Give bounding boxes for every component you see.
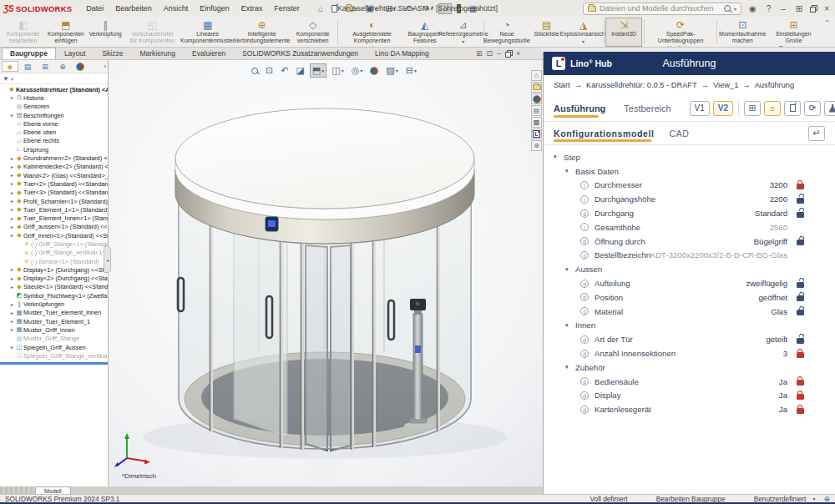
expand-arrow-icon[interactable]: ▸ bbox=[9, 302, 15, 307]
tab-layout[interactable]: Layout bbox=[56, 48, 94, 59]
tab-baugruppe[interactable]: Baugruppe bbox=[2, 48, 56, 59]
tree-item-sensoren[interactable]: ◎Sensoren bbox=[0, 103, 108, 111]
tree-filter[interactable]: ▼ ▾ bbox=[0, 73, 108, 84]
undo-button[interactable]: ↶▾ bbox=[401, 3, 418, 15]
layout-icon[interactable]: ⊞ bbox=[793, 4, 805, 13]
param-row-gesamth-he[interactable]: iGesamthöhe2580 bbox=[544, 220, 835, 234]
globe-icon[interactable]: ⊕ bbox=[823, 495, 830, 503]
ribbon-komponente-bearbeiten-button[interactable]: ◧Komponente bearbeiten bbox=[2, 18, 45, 47]
param-row-art-der-t-r[interactable]: dArt der Türgeteilt bbox=[544, 332, 835, 346]
ribbon-komponenten-einf-gen-button[interactable]: ⬒Komponenten einfügen▾ bbox=[45, 18, 87, 47]
param-row-anzahl-innensektionen[interactable]: dAnzahl Innensektionen3 bbox=[544, 346, 835, 360]
search-input[interactable]: Dateien und Modelle durchsuchen ▾ bbox=[583, 3, 741, 15]
param-value[interactable]: Standard bbox=[755, 209, 787, 218]
tree-item-spiegeln-griff-aussen[interactable]: ▸◫Spiegeln_Griff_Aussen bbox=[0, 343, 108, 351]
menu-ansicht[interactable]: Ansicht bbox=[158, 3, 195, 14]
param-row-durchgangsh-he[interactable]: iDurchgangshöhe2200 bbox=[544, 192, 835, 206]
tree-item-muster-griff-innen[interactable]: ▸▦Muster_Griff_innen bbox=[0, 325, 108, 334]
settings-button[interactable]: ⊛ bbox=[531, 140, 542, 151]
menu-extras[interactable]: Extras bbox=[235, 3, 269, 14]
param-value[interactable]: Bügelgriff bbox=[754, 237, 787, 246]
tree-item-kabinendecke-2-standar[interactable]: ▸◆Kabinendecke<2> (Standard) <<Sta bbox=[0, 163, 108, 171]
view-settings-button[interactable]: ⊟▾ bbox=[403, 63, 419, 78]
expand-arrow-icon[interactable]: ▸ bbox=[9, 319, 15, 324]
tab-markierung[interactable]: Markierung bbox=[131, 48, 184, 59]
new-position-button[interactable] bbox=[784, 101, 801, 116]
tree-item-historie[interactable]: ▸◷Historie bbox=[0, 93, 108, 102]
tab-solidworks-zusatzanwendungen[interactable]: SOLIDWORKS Zusatzanwendungen bbox=[234, 48, 367, 59]
search-icon[interactable] bbox=[724, 5, 731, 12]
tree-item-ebene-rechts[interactable]: ▱Ebene rechts bbox=[0, 137, 108, 145]
close-icon[interactable]: × bbox=[822, 4, 832, 13]
menu-einf-gen[interactable]: Einfügen bbox=[194, 3, 235, 14]
previous-view-button[interactable]: ↶ bbox=[278, 63, 291, 78]
tree-item-symbol-fluchtweg-1-zwe[interactable]: ◩Symbol_Fluchtweg<1> (Zweifach_F bbox=[0, 291, 108, 300]
tree-item-profil-scharnier-1-sta[interactable]: ▸◆Profil_Scharnier<1> (Standard) <<St bbox=[0, 197, 108, 205]
display-style-button[interactable]: ◫▾ bbox=[329, 63, 346, 78]
ribbon-momentaufnahme-machen-button[interactable]: ⊡Momentaufnahme machen bbox=[719, 18, 766, 47]
breadcrumb-start[interactable]: Start bbox=[554, 81, 570, 89]
expand-arrow-icon[interactable]: ▸ bbox=[9, 224, 15, 229]
collapse-caret-icon[interactable]: ▾ bbox=[565, 364, 575, 370]
test-mode-button[interactable] bbox=[824, 101, 835, 116]
tree-tab-2[interactable]: ⊞ bbox=[37, 61, 53, 72]
collapse-caret-icon[interactable]: ▾ bbox=[565, 266, 575, 273]
tree-tab-4[interactable] bbox=[72, 61, 89, 72]
tree-item-display-2-durchgang[interactable]: ▸◆Display<2> (Durchgang) <<Standar bbox=[0, 275, 108, 283]
tree-item-griff-stange-vertika[interactable]: ◆(-) Griff_Stange_vertikal<1> (Standa bbox=[0, 249, 108, 257]
home-button[interactable]: ⌂ bbox=[531, 70, 542, 81]
unlocked-icon[interactable] bbox=[797, 282, 804, 288]
tree-item-tuer-3-standard-sta[interactable]: ▸◆Tuer<3> (Standard) <<Standard>_A bbox=[0, 189, 108, 197]
menu-fenster[interactable]: Fenster bbox=[268, 3, 306, 14]
param-row-ffnung-durch[interactable]: dÖffnung durchBügelgriff bbox=[544, 234, 835, 249]
expand-arrow-icon[interactable]: ▸ bbox=[9, 181, 15, 186]
minimize-icon[interactable]: – bbox=[778, 4, 788, 13]
options-button[interactable]: ▦▾ bbox=[466, 3, 483, 15]
param-value[interactable]: geöffnet bbox=[758, 293, 787, 302]
param-value[interactable]: Ja bbox=[779, 391, 787, 400]
expand-arrow-icon[interactable]: ▸ bbox=[9, 207, 15, 212]
open-button[interactable]: ▾ bbox=[342, 4, 361, 13]
param-group-zubeh-r[interactable]: ▾Zubehör bbox=[544, 360, 835, 375]
param-row-position[interactable]: dPositiongeöffnet bbox=[544, 290, 835, 305]
locked-icon[interactable] bbox=[797, 352, 804, 358]
breadcrumb-ausf-hrung[interactable]: Ausführung bbox=[755, 81, 795, 89]
minimize-icon[interactable]: – bbox=[497, 49, 501, 58]
unlocked-icon[interactable] bbox=[797, 295, 804, 301]
ribbon-komponente-verschieben-button[interactable]: ◇Komponente verschieben▾ bbox=[290, 18, 335, 47]
cascade-icon[interactable]: ⊞ bbox=[476, 49, 483, 58]
ribbon-ausgeblendete-komponenten-anzeigen-button[interactable]: ◐Ausgeblendete Komponenten anzeigen bbox=[339, 18, 404, 47]
expand-arrow-icon[interactable]: ▸ bbox=[9, 345, 15, 350]
section-view-button[interactable]: ◪ bbox=[293, 63, 306, 78]
lino-hub-button[interactable]: L bbox=[531, 129, 542, 139]
ribbon-einstellungen-gro-e-baugruppe-button[interactable]: ⊞Einstellungen Große Baugruppe bbox=[767, 18, 822, 47]
param-value[interactable]: 2580 bbox=[770, 223, 787, 232]
param-value[interactable]: Ja bbox=[779, 377, 787, 386]
redo-button[interactable]: ↷▾ bbox=[419, 3, 436, 15]
tree-item-tuer-2-standard-sta[interactable]: ▸◆Tuer<2> (Standard) <<Standard>_A bbox=[0, 179, 108, 188]
menu-bearbeiten[interactable]: Bearbeiten bbox=[109, 3, 158, 14]
unlocked-icon[interactable] bbox=[797, 338, 804, 344]
tree-item-tuer-element-1-1-stand[interactable]: ▸◆Tuer_Element_1<1> (Standard) <<St bbox=[0, 205, 108, 214]
param-row-aufteilung[interactable]: dAufteilungzweiflügelig bbox=[544, 276, 835, 290]
tab-evaluieren[interactable]: Evaluieren bbox=[184, 48, 234, 59]
edit-appearance-button[interactable] bbox=[367, 65, 381, 77]
tree-item-sensor-1-standard[interactable]: ◆(-) Sensor<1> (Standard) bbox=[0, 257, 108, 265]
expand-arrow-icon[interactable]: ▸ bbox=[9, 267, 15, 272]
tree-item-ebene-oben[interactable]: ▱Ebene oben bbox=[0, 128, 108, 136]
restore-icon[interactable] bbox=[810, 5, 817, 12]
restore-icon[interactable] bbox=[505, 50, 512, 57]
status-units[interactable]: Benutzerdefiniert bbox=[754, 495, 807, 503]
tree-item-ebene-vorne[interactable]: ▱Ebene vorne bbox=[0, 119, 108, 128]
locked-icon[interactable] bbox=[797, 184, 804, 189]
units-caret-icon[interactable]: ▾ bbox=[812, 496, 815, 501]
version-v2-button[interactable]: V2 bbox=[713, 101, 733, 116]
expand-arrow-icon[interactable]: ▸ bbox=[9, 216, 15, 221]
lino-tab-testbereich[interactable]: Testbereich bbox=[624, 98, 671, 118]
close-icon[interactable]: × bbox=[516, 49, 520, 58]
expand-arrow-icon[interactable]: ▸ bbox=[9, 285, 15, 290]
tree-item-muster-tuer-element-inne[interactable]: ▸▦Muster_Tuer_element_innen bbox=[0, 309, 108, 317]
ribbon-explosionsansicht-button[interactable]: ◮Explosionsansicht▾ bbox=[565, 18, 602, 47]
unlocked-icon[interactable] bbox=[797, 198, 804, 204]
param-row-bediens-ule[interactable]: dBediensäuleJa bbox=[544, 375, 835, 389]
